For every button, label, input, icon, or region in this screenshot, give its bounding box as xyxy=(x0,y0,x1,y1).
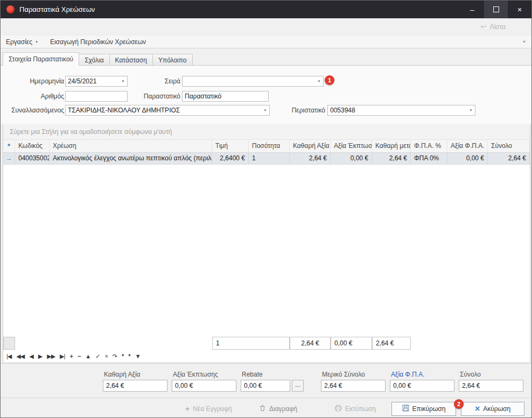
summary-indicator-cell xyxy=(3,337,15,350)
nav-post-button[interactable]: ✓ xyxy=(95,353,100,359)
rebate-label: Rebate xyxy=(242,371,263,378)
new-record-label: Νέα Εγγραφή xyxy=(193,405,232,413)
grid-empty-area xyxy=(3,165,530,336)
menu-item-periodic-charges[interactable]: Εισαγωγή Περιοδικών Χρεώσεων xyxy=(50,38,146,46)
window-controls: – × xyxy=(460,1,531,18)
menu-item-label: Εισαγωγή Περιοδικών Χρεώσεων xyxy=(50,38,146,46)
case-label: Περιστατικό xyxy=(275,105,325,116)
close-button[interactable]: × xyxy=(508,1,531,18)
delete-button[interactable]: Διαγραφή xyxy=(254,402,303,416)
nav-next-button[interactable]: ▶ xyxy=(38,353,42,359)
back-arrow-icon: ↩ xyxy=(480,23,486,31)
grand-total-label: Σύνολο xyxy=(460,371,481,378)
nav-append-button[interactable]: + xyxy=(69,353,72,359)
nav-prev-button[interactable]: ◀ xyxy=(29,353,33,359)
summary-discount: 0,00 € xyxy=(331,337,372,350)
table-row[interactable]: → 040035002 Ακτινολογικός έλεγχος ανωτέρ… xyxy=(3,153,530,165)
case-dropdown-icon[interactable]: ▼ xyxy=(467,105,475,115)
net-total-label: Καθαρή Αξία xyxy=(104,371,141,378)
nav-edit-button[interactable]: ▲ xyxy=(85,353,90,359)
discount-total-input[interactable]: 0,00 € xyxy=(172,380,236,392)
maximize-button[interactable] xyxy=(484,1,508,18)
party-combo[interactable]: ΤΣΑΚΙΡΙΔΗΣ-ΝΙΚΟΛΑΟΥ ΔΗΜΗΤΡΙΟΣ ▼ xyxy=(65,105,270,116)
subtotal-input[interactable]: 2,64 € xyxy=(321,380,386,392)
tab-document-details[interactable]: Στοιχεία Παραστατικού xyxy=(3,52,79,66)
menu-item-ergasies[interactable]: Εργασίες ▼ xyxy=(6,38,38,46)
document-value: Παραστατικό xyxy=(185,93,221,100)
column-header-code[interactable]: Κωδικός xyxy=(15,140,50,152)
grid-header-row: * Κωδικός Χρέωση Τιμή Ποσότητα Καθαρή Αξ… xyxy=(3,140,530,153)
nav-bookmark-goto-button[interactable]: * xyxy=(128,353,130,359)
cell-code[interactable]: 040035002 xyxy=(15,153,50,164)
nav-last-button[interactable]: ▶| xyxy=(60,353,65,359)
cancel-label: Ακύρωση xyxy=(483,405,510,413)
cell-vat-pct[interactable]: ΦΠΑ 0% xyxy=(411,153,447,164)
nav-filter-button[interactable]: ▼ xyxy=(135,353,141,359)
series-label: Σειρά xyxy=(130,76,180,87)
minimize-button[interactable]: – xyxy=(460,1,484,18)
badge-step-1: 1 xyxy=(325,75,334,85)
menu-item-label: Εργασίες xyxy=(6,38,32,46)
titlebar: Παραστατικά Χρεώσεων – × xyxy=(1,1,531,18)
delete-label: Διαγραφή xyxy=(269,405,297,413)
plus-icon: + xyxy=(185,405,190,413)
column-header-price[interactable]: Τιμή xyxy=(212,140,249,152)
column-header-charge[interactable]: Χρέωση xyxy=(50,140,212,152)
column-header-vat-amount[interactable]: Αξία Φ.Π.Α. xyxy=(447,140,488,152)
window-title: Παραστατικά Χρεώσεων xyxy=(19,5,95,13)
column-header-net-after[interactable]: Καθαρή μετά xyxy=(372,140,411,152)
number-input[interactable] xyxy=(65,91,128,102)
trash-icon xyxy=(259,405,266,413)
party-label: Συναλλασσόμενος xyxy=(2,105,64,116)
case-combo[interactable]: 0053948 ▼ xyxy=(327,105,475,116)
column-header-discount[interactable]: Αξία Έκπτωση xyxy=(331,140,372,152)
net-total-input[interactable]: 2,64 € xyxy=(103,380,167,392)
rebate-more-button[interactable]: ... xyxy=(292,380,304,392)
series-combo[interactable]: ▼ xyxy=(182,76,324,87)
cell-charge[interactable]: Ακτινολογικός έλεγχος ανωτέρω πεπτικού α… xyxy=(50,153,212,164)
grand-total-input[interactable]: 2,64 € xyxy=(459,380,523,392)
cell-total[interactable]: 2,64 € xyxy=(488,153,530,164)
new-record-button[interactable]: + Νέα Εγγραφή xyxy=(180,402,237,416)
totals-panel: Καθαρή Αξία 2,64 € Αξία Έκπτωσης 0,00 € … xyxy=(1,363,531,398)
nav-bookmark-button[interactable]: * xyxy=(122,353,123,359)
column-header-total[interactable]: Σύνολο xyxy=(488,140,530,152)
badge-step-2: 2 xyxy=(454,399,464,409)
column-header-net[interactable]: Καθαρή Αξία xyxy=(290,140,331,152)
column-header-quantity[interactable]: Ποσότητα xyxy=(249,140,290,152)
cell-vat-amount[interactable]: 0,00 € xyxy=(447,153,488,164)
vat-total-input[interactable]: 0,00 € xyxy=(390,380,454,392)
grid-summary-row: 1 2,64 € 0,00 € 2,64 € xyxy=(3,336,530,350)
cell-price[interactable]: 2,6400 € xyxy=(212,153,249,164)
maximize-icon xyxy=(493,6,499,12)
list-button[interactable]: Λίστα xyxy=(489,23,506,31)
nav-delete-button[interactable]: − xyxy=(78,353,80,359)
column-header-vat-pct[interactable]: Φ.Π.Α. % xyxy=(411,140,447,152)
tab-status[interactable]: Κατάσταση xyxy=(109,54,153,66)
tab-comments[interactable]: Σχόλια xyxy=(79,54,109,66)
series-dropdown-icon[interactable]: ▼ xyxy=(315,76,323,86)
document-input[interactable]: Παραστατικό xyxy=(182,91,269,102)
nav-prev-page-button[interactable]: ◀◀ xyxy=(16,353,24,359)
menubar-dropdown-icon[interactable]: ▼ xyxy=(522,40,526,44)
cell-quantity[interactable]: 1 xyxy=(249,153,290,164)
rebate-input[interactable]: 0,00 € xyxy=(241,380,290,392)
cancel-x-icon: × xyxy=(475,405,480,413)
party-dropdown-icon[interactable]: ▼ xyxy=(261,105,269,115)
nav-next-page-button[interactable]: ▶▶ xyxy=(47,353,55,359)
top-toolbar: ↩ Λίστα xyxy=(1,18,531,36)
print-button[interactable]: Εκτύπωση xyxy=(329,402,381,416)
date-value: 24/5/2021 xyxy=(68,77,96,85)
confirm-button[interactable]: Επικύρωση xyxy=(391,402,456,416)
nav-refresh-button[interactable]: ↷ xyxy=(113,353,117,359)
nav-cancel-button[interactable]: × xyxy=(104,353,107,359)
date-dropdown-icon[interactable]: ▼ xyxy=(119,76,127,86)
cell-discount[interactable]: 0,00 € xyxy=(331,153,372,164)
cell-net[interactable]: 2,64 € xyxy=(290,153,331,164)
date-input[interactable]: 24/5/2021 ▼ xyxy=(65,76,128,87)
cell-net-after[interactable]: 2,64 € xyxy=(372,153,411,164)
nav-first-button[interactable]: |◀ xyxy=(6,353,11,359)
cancel-button[interactable]: × Ακύρωση xyxy=(461,402,524,416)
summary-quantity: 1 xyxy=(212,337,290,350)
tab-balance[interactable]: Υπόλοιπο xyxy=(152,54,193,66)
